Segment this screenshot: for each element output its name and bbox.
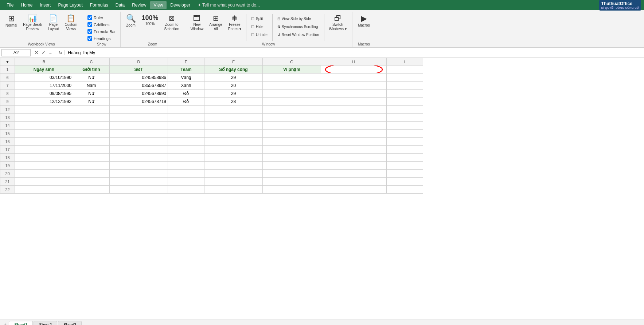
- cell-C6[interactable]: Nữ: [73, 74, 110, 82]
- col-header-E[interactable]: E: [168, 58, 204, 66]
- spreadsheet-scroll[interactable]: ▼ B C D E F G H I 1 Ngày sinh Giới tính: [0, 58, 644, 320]
- cell-I1[interactable]: [387, 66, 423, 74]
- cell-D6[interactable]: 0245858986: [110, 74, 168, 82]
- menu-file[interactable]: File: [3, 1, 17, 9]
- checkbox-headings[interactable]: Headings: [86, 35, 112, 41]
- add-sheet-btn[interactable]: +: [1, 322, 9, 325]
- cell-E6[interactable]: Vàng: [168, 74, 204, 82]
- menu-page-layout[interactable]: Page Layout: [54, 1, 86, 9]
- cell-H1[interactable]: [321, 66, 387, 74]
- cell-I8[interactable]: [387, 90, 423, 98]
- menu-home[interactable]: Home: [17, 1, 36, 9]
- cell-G8[interactable]: [263, 90, 321, 98]
- menu-review[interactable]: Review: [128, 1, 150, 9]
- cell-E1[interactable]: Team: [168, 66, 204, 74]
- cell-H8[interactable]: [321, 90, 387, 98]
- btn-custom-views[interactable]: 📋 CustomViews: [62, 13, 80, 33]
- col-header-D[interactable]: D: [110, 58, 168, 66]
- col-header-G[interactable]: G: [263, 58, 321, 66]
- menu-view[interactable]: View: [150, 1, 167, 9]
- btn-zoom[interactable]: 🔍 Zoom: [124, 13, 138, 29]
- col-header-I[interactable]: I: [387, 58, 423, 66]
- sheet-tab-1[interactable]: Sheet1: [9, 321, 33, 325]
- expand-icon[interactable]: ⌄: [47, 49, 54, 56]
- btn-split[interactable]: ☐ Split: [249, 15, 270, 23]
- btn-synchronous-scrolling[interactable]: ⇅ Synchronous Scrolling: [275, 23, 322, 31]
- cell-E8[interactable]: Đỏ: [168, 90, 204, 98]
- btn-page-break[interactable]: 📊 Page BreakPreview: [20, 13, 44, 33]
- cell-H6[interactable]: [321, 74, 387, 82]
- cell-F1[interactable]: Số ngày công: [204, 66, 263, 74]
- cell-B7[interactable]: 17/11/2000: [15, 82, 73, 90]
- switch-windows-icon: 🗗: [334, 15, 341, 22]
- menu-developer[interactable]: Developer: [167, 1, 194, 9]
- cell-C8[interactable]: Nữ: [73, 90, 110, 98]
- svg-point-0: [325, 66, 382, 74]
- cell-B1[interactable]: Ngày sinh: [15, 66, 73, 74]
- checkbox-formula-bar[interactable]: Formula Bar: [86, 28, 117, 35]
- btn-custom-views-label: CustomViews: [65, 23, 77, 31]
- menu-insert[interactable]: Insert: [36, 1, 54, 9]
- cell-D9[interactable]: 0245678719: [110, 98, 168, 106]
- cell-H7[interactable]: [321, 82, 387, 90]
- col-header-H[interactable]: H: [321, 58, 387, 66]
- cell-C1[interactable]: Giới tính: [73, 66, 110, 74]
- menu-data[interactable]: Data: [112, 1, 128, 9]
- cell-B8[interactable]: 09/08/1995: [15, 90, 73, 98]
- btn-zoom-selection[interactable]: ⊠ Zoom toSelection: [162, 13, 182, 33]
- btn-freeze-panes[interactable]: ❄ FreezePanes ▾: [226, 13, 244, 33]
- cell-F7[interactable]: 20: [204, 82, 263, 90]
- cell-E9[interactable]: Đỏ: [168, 98, 204, 106]
- cell-B9[interactable]: 12/12/1992: [15, 98, 73, 106]
- formula-input[interactable]: [66, 50, 643, 55]
- menu-tell-me[interactable]: ✦ Tell me what you want to do...: [194, 1, 264, 9]
- cell-I6[interactable]: [387, 74, 423, 82]
- btn-arrange-all[interactable]: ⊞ ArrangeAll: [207, 13, 225, 33]
- cell-reference-box[interactable]: [1, 49, 31, 56]
- gridlines-checkbox[interactable]: [87, 22, 92, 27]
- ruler-checkbox[interactable]: [87, 15, 92, 20]
- btn-switch-windows[interactable]: 🗗 SwitchWindows ▾: [327, 13, 349, 33]
- cell-D1[interactable]: SĐT: [110, 66, 168, 74]
- btn-macros[interactable]: ▶ Macros: [355, 13, 372, 29]
- sheet-tab-2[interactable]: Sheet2: [34, 321, 57, 325]
- checkbox-gridlines[interactable]: Gridlines: [86, 21, 111, 28]
- cell-C7[interactable]: Nam: [73, 82, 110, 90]
- btn-hide[interactable]: ☐ Hide: [249, 23, 270, 31]
- cell-B6[interactable]: 03/10/1990: [15, 74, 73, 82]
- confirm-icon[interactable]: ✓: [40, 49, 47, 56]
- cell-G6[interactable]: [263, 74, 321, 82]
- cell-G1[interactable]: Vi phạm: [263, 66, 321, 74]
- btn-arrange-all-label: ArrangeAll: [209, 23, 222, 31]
- btn-view-side-label: View Side by Side: [282, 17, 311, 21]
- btn-reset-window-position[interactable]: ↺ Reset Window Position: [275, 31, 322, 39]
- btn-normal[interactable]: ⊞ Normal: [3, 13, 20, 29]
- cell-C9[interactable]: Nữ: [73, 98, 110, 106]
- col-header-C[interactable]: C: [73, 58, 110, 66]
- btn-page-layout[interactable]: 📄 PageLayout: [46, 13, 62, 33]
- cell-D7[interactable]: 0355678987: [110, 82, 168, 90]
- cancel-icon[interactable]: ✕: [34, 49, 40, 56]
- btn-new-window[interactable]: 🗔 NewWindow: [188, 13, 206, 33]
- sheet-tab-3[interactable]: Sheet3: [58, 321, 82, 325]
- cell-I7[interactable]: [387, 82, 423, 90]
- col-header-B[interactable]: B: [15, 58, 73, 66]
- cell-F8[interactable]: 29: [204, 90, 263, 98]
- btn-view-side-by-side[interactable]: ⊟ View Side by Side: [275, 15, 322, 23]
- formula-bar-checkbox[interactable]: [87, 29, 92, 34]
- col-header-F[interactable]: F: [204, 58, 263, 66]
- headings-checkbox[interactable]: [87, 36, 92, 41]
- cell-G9[interactable]: [263, 98, 321, 106]
- btn-unhide[interactable]: ☐ Unhide: [249, 31, 270, 39]
- cell-D8[interactable]: 0245678990: [110, 90, 168, 98]
- cell-G7[interactable]: [263, 82, 321, 90]
- btn-hide-label: Hide: [256, 25, 264, 29]
- cell-H9[interactable]: [321, 98, 387, 106]
- checkbox-ruler[interactable]: Ruler: [86, 15, 105, 21]
- cell-F9[interactable]: 28: [204, 98, 263, 106]
- cell-F6[interactable]: 29: [204, 74, 263, 82]
- btn-zoom-100[interactable]: 100% 100%: [139, 13, 161, 28]
- menu-formulas[interactable]: Formulas: [86, 1, 112, 9]
- cell-I9[interactable]: [387, 98, 423, 106]
- cell-E7[interactable]: Xanh: [168, 82, 204, 90]
